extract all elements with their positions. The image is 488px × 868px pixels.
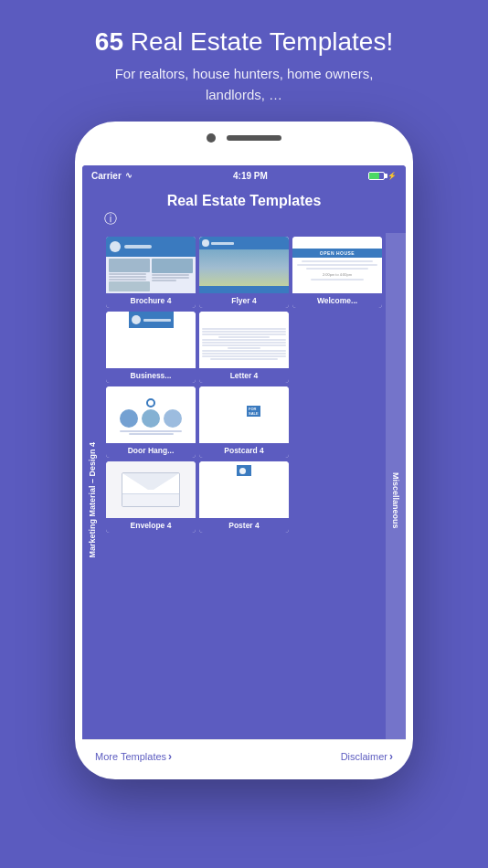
right-tab-label: Miscellaneous [391, 472, 400, 529]
thumbnail-business [106, 312, 196, 368]
charge-icon: ⚡ [387, 172, 397, 180]
thumbnail-postcard4: FOR SALE [199, 386, 289, 443]
phone-screen: Carrier ∿ 4:19 PM ⚡ Real Estate Template… [82, 165, 406, 772]
poster-logo [239, 468, 246, 474]
phone-camera [207, 133, 216, 143]
phone-frame: Carrier ∿ 4:19 PM ⚡ Real Estate Template… [75, 122, 413, 779]
template-card-letter4[interactable]: Letter 4 [199, 312, 289, 383]
status-time: 4:19 PM [233, 171, 268, 181]
template-label-welcome: Welcome... [292, 293, 382, 308]
left-tab-label: Marketing Material – Design 4 [88, 442, 97, 558]
oh-header: OPEN HOUSE [292, 249, 382, 258]
disclaimer-label: Disclaimer [341, 751, 387, 762]
grid-row-4: Envelope 4 [106, 461, 382, 533]
template-card-postcard4[interactable]: FOR SALE Postcard 4 [199, 386, 289, 458]
battery-fill [369, 173, 379, 179]
battery-indicator [368, 172, 385, 180]
template-label-envelope4: Envelope 4 [106, 518, 196, 533]
template-label-doorhanger: Door Hang... [106, 443, 196, 458]
template-card-poster4[interactable]: Poster 4 [199, 461, 289, 533]
thumbnail-poster4 [199, 461, 289, 518]
template-label-brochure4: Brochure 4 [106, 293, 196, 308]
template-label-letter4: Letter 4 [199, 368, 289, 383]
header-title-suffix: Real Estate Templates! [123, 27, 393, 56]
wifi-icon: ∿ [125, 171, 133, 180]
grid-row-3: Door Hang... FOR SALE [106, 386, 382, 458]
status-left: Carrier ∿ [91, 171, 133, 181]
template-card-doorhanger[interactable]: Door Hang... [106, 386, 196, 458]
template-card-welcome[interactable]: OPEN HOUSE 2:00pm to 4:00pm Welcome... [292, 237, 382, 308]
thumbnail-doorhanger [106, 386, 196, 443]
left-tab[interactable]: Marketing Material – Design 4 [82, 233, 102, 767]
thumbnail-letter4 [199, 312, 289, 368]
template-count: 65 [95, 27, 123, 56]
grid-row-2: Business... [106, 312, 382, 383]
app-title: Real Estate Templates [93, 193, 395, 209]
disclaimer-chevron: › [389, 750, 393, 763]
more-templates-label: More Templates [95, 751, 166, 762]
template-card-flyer4[interactable]: Flyer 4 [199, 237, 289, 308]
status-right: ⚡ [368, 172, 397, 180]
bottom-bar: More Templates › Disclaimer › [82, 739, 406, 772]
phone-speaker [227, 135, 281, 141]
thumbnail-envelope4 [106, 461, 196, 518]
thumbnail-flyer4 [199, 237, 289, 293]
template-card-business[interactable]: Business... [106, 312, 196, 383]
template-card-brochure4[interactable]: Brochure 4 [106, 237, 196, 308]
thumbnail-welcome: OPEN HOUSE 2:00pm to 4:00pm [292, 237, 382, 293]
template-card-envelope4[interactable]: Envelope 4 [106, 461, 196, 533]
status-bar: Carrier ∿ 4:19 PM ⚡ [82, 165, 406, 185]
header-subtitle: For realtors, house hunters, home owners… [95, 64, 393, 105]
battery-tip [385, 174, 387, 178]
app-header: Real Estate Templates ⓘ [82, 185, 406, 233]
poster-header [237, 465, 251, 476]
info-icon[interactable]: ⓘ [104, 211, 395, 228]
more-templates-chevron: › [168, 750, 172, 763]
more-templates-button[interactable]: More Templates › [95, 750, 172, 763]
header-title: 65 Real Estate Templates! [95, 26, 393, 58]
grid-row-1: Brochure 4 [106, 237, 382, 308]
dh-hole [146, 398, 155, 408]
carrier-label: Carrier [91, 171, 122, 181]
promo-header: 65 Real Estate Templates! For realtors, … [77, 0, 411, 122]
template-label-business: Business... [106, 368, 196, 383]
template-label-postcard4: Postcard 4 [199, 443, 289, 458]
content-area: Marketing Material – Design 4 [82, 233, 406, 767]
right-tab[interactable]: Miscellaneous [386, 233, 406, 767]
oh-time: 2:00pm to 4:00pm [323, 272, 352, 277]
poster-bottom [241, 503, 247, 514]
template-label-flyer4: Flyer 4 [199, 293, 289, 308]
template-grid: Brochure 4 [102, 233, 386, 767]
thumbnail-brochure4 [106, 237, 196, 293]
phone-top-bar [75, 122, 413, 147]
template-label-poster4: Poster 4 [199, 518, 289, 533]
disclaimer-button[interactable]: Disclaimer › [341, 750, 393, 763]
